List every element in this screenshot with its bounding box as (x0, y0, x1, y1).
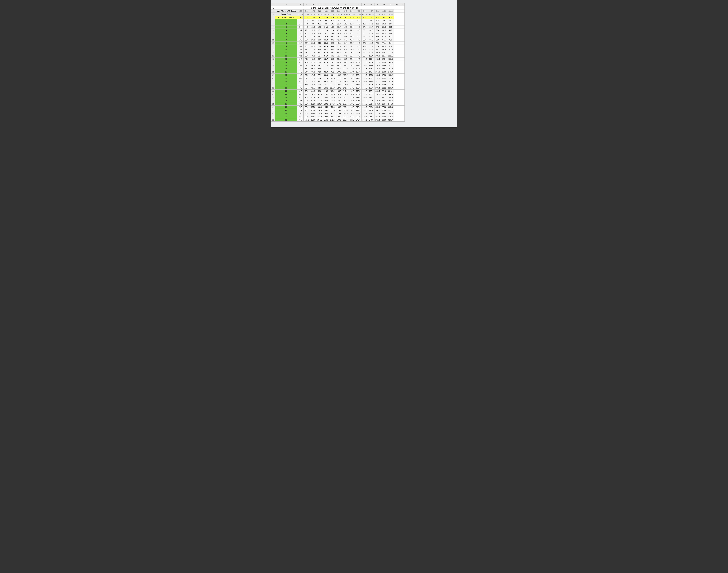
data-cell[interactable]: 249.1 (362, 115, 368, 118)
data-cell[interactable]: 75.0 (329, 61, 335, 64)
header-cell[interactable]: 2.68 (297, 9, 304, 13)
data-cell[interactable]: 144.6 (362, 73, 368, 77)
data-cell[interactable]: 171.4 (329, 118, 335, 121)
data-cell[interactable]: 48.2 (304, 64, 310, 67)
data-cell[interactable]: 112.5 (362, 61, 368, 64)
data-cell[interactable]: 118.4 (374, 57, 381, 61)
data-cell[interactable]: 48.2 (297, 73, 304, 77)
data-cell[interactable]: 210.0 (355, 106, 361, 109)
data-cell[interactable]: 16.1 (362, 22, 368, 25)
data-cell[interactable]: 236.8 (374, 99, 381, 102)
row-header-28[interactable]: 28 (271, 93, 275, 96)
cell-empty[interactable] (400, 109, 405, 112)
data-cell[interactable]: 40.7 (387, 29, 394, 32)
column-header-A[interactable]: A (275, 3, 297, 6)
column-header-row[interactable]: ABCDEFGHIJKLMNOPQR (271, 3, 405, 6)
row-header-7[interactable]: 7 (271, 25, 275, 29)
data-cell[interactable]: 37.5 (310, 48, 316, 51)
data-cell[interactable]: 234.1 (387, 90, 394, 93)
header-cell[interactable]: 237.5% (387, 13, 394, 16)
data-cell[interactable]: 23.6 (335, 29, 342, 32)
header-cell[interactable]: 8.57 (368, 9, 374, 13)
depth-cell[interactable]: 19 (275, 77, 297, 80)
data-cell[interactable]: 106.1 (335, 73, 342, 77)
cell-empty[interactable] (394, 6, 400, 9)
data-cell[interactable]: 254.5 (387, 96, 394, 99)
data-cell[interactable]: 108.8 (310, 109, 316, 112)
header-cell[interactable]: 100.0% (316, 13, 323, 16)
data-cell[interactable]: 270.0 (381, 106, 387, 109)
data-cell[interactable]: 241.1 (362, 112, 368, 115)
cell-empty[interactable] (394, 25, 400, 29)
data-cell[interactable]: 215.9 (349, 115, 355, 118)
data-cell[interactable]: 96.4 (329, 73, 335, 77)
cell-empty[interactable] (400, 96, 405, 99)
data-cell[interactable]: 48.2 (381, 32, 387, 35)
depth-cell[interactable]: 26 (275, 99, 297, 102)
header-cell[interactable]: 4.75 (387, 16, 394, 19)
header-cell[interactable]: 75.0% (304, 13, 310, 16)
data-cell[interactable]: 28.9 (381, 25, 387, 29)
cell-empty[interactable] (394, 42, 400, 45)
data-cell[interactable]: 32.1 (342, 32, 349, 35)
data-cell[interactable]: 37.5 (355, 32, 361, 35)
cell-empty[interactable] (394, 67, 400, 70)
data-cell[interactable]: 137.1 (316, 118, 323, 121)
data-cell[interactable]: 19.3 (342, 25, 349, 29)
data-cell[interactable]: 289.3 (381, 112, 387, 115)
cell-empty[interactable] (400, 22, 405, 25)
header-cell[interactable]: 7.50 (355, 9, 361, 13)
data-cell[interactable]: 218.6 (374, 93, 381, 96)
data-cell[interactable]: 20.9 (349, 25, 355, 29)
depth-cell[interactable]: 11 (275, 51, 297, 54)
header-cell[interactable]: 162.5% (349, 13, 355, 16)
data-cell[interactable]: 77.1 (342, 54, 349, 57)
data-cell[interactable]: 36.4 (374, 29, 381, 32)
data-cell[interactable]: 42.9 (368, 32, 374, 35)
row-header-16[interactable]: 16 (271, 54, 275, 57)
row-header-20[interactable]: 20 (271, 67, 275, 70)
data-cell[interactable]: 69.6 (349, 48, 355, 51)
data-cell[interactable]: 200.4 (374, 86, 381, 90)
data-cell[interactable]: 146.3 (349, 83, 355, 86)
header-cell[interactable]: 8.04 (362, 9, 368, 13)
row-header-22[interactable]: 22 (271, 73, 275, 77)
data-cell[interactable]: 38.6 (316, 45, 323, 48)
data-cell[interactable]: 100.2 (374, 51, 381, 54)
data-cell[interactable]: 47.1 (335, 42, 342, 45)
data-cell[interactable]: 29.5 (297, 51, 304, 54)
header-cell[interactable]: 4.82 (323, 9, 329, 13)
data-cell[interactable]: 136.6 (374, 64, 381, 67)
data-cell[interactable]: 67.5 (310, 73, 316, 77)
data-cell[interactable]: 77.1 (381, 42, 387, 45)
depth-cell[interactable]: 17 (275, 70, 297, 73)
data-cell[interactable]: 154.8 (374, 70, 381, 73)
data-cell[interactable]: 63.8 (374, 38, 381, 42)
data-cell[interactable]: 232.5 (355, 115, 361, 118)
data-cell[interactable]: 240.0 (355, 118, 361, 121)
data-cell[interactable]: 53.6 (297, 80, 304, 83)
cell-empty[interactable] (394, 86, 400, 90)
data-cell[interactable]: 274.8 (387, 102, 394, 106)
data-cell[interactable]: 94.3 (316, 86, 323, 90)
data-cell[interactable]: 10.2 (387, 19, 394, 22)
data-cell[interactable]: 82.0 (374, 45, 381, 48)
data-cell[interactable]: 90.0 (310, 93, 316, 96)
data-cell[interactable]: 52.5 (355, 38, 361, 42)
data-cell[interactable]: 222.9 (368, 99, 374, 102)
data-cell[interactable]: 34.3 (368, 29, 374, 32)
data-cell[interactable]: 186.4 (342, 109, 349, 112)
data-cell[interactable]: 112.5 (329, 83, 335, 86)
header-cell[interactable]: 4 (368, 16, 374, 19)
depth-cell[interactable]: 9 (275, 45, 297, 48)
data-cell[interactable]: 55.7 (316, 57, 323, 61)
data-cell[interactable]: 94.3 (335, 67, 342, 70)
data-cell[interactable]: 28.9 (304, 45, 310, 48)
data-cell[interactable]: 173.0 (374, 77, 381, 80)
data-cell[interactable]: 67.5 (355, 45, 361, 48)
data-cell[interactable]: 21.4 (329, 29, 335, 32)
data-cell[interactable]: 62.7 (349, 45, 355, 48)
data-cell[interactable]: 305.4 (387, 112, 394, 115)
data-cell[interactable]: 205.7 (342, 118, 349, 121)
data-cell[interactable]: 111.4 (368, 57, 374, 61)
